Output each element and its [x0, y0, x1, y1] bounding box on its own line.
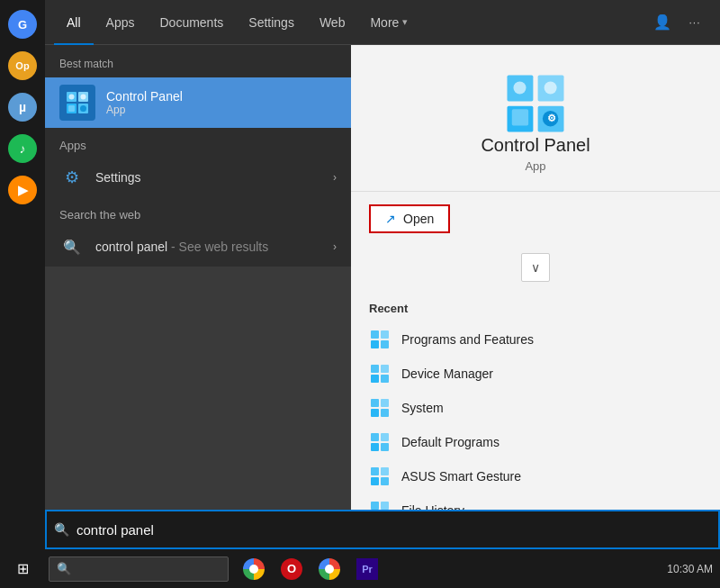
start-menu-content: Best match	[45, 45, 720, 549]
svg-rect-25	[371, 399, 379, 407]
app-detail-type: App	[525, 159, 545, 173]
more-options-btn[interactable]: ···	[679, 6, 711, 39]
svg-rect-36	[381, 477, 389, 485]
taskbar-search-icon: 🔍	[57, 562, 71, 575]
recent-item-1[interactable]: Device Manager	[351, 357, 720, 391]
desktop: G Op µ ♪ ▶ All Apps Documents	[0, 0, 720, 588]
tab-documents[interactable]: Documents	[147, 0, 236, 45]
recent-item-label-3: Default Programs	[401, 435, 500, 449]
left-panel: Best match	[45, 45, 351, 549]
start-menu-tabs: All Apps Documents Settings Web More ▾ 👤	[45, 0, 720, 45]
desktop-sidebar: G Op µ ♪ ▶	[0, 0, 45, 549]
open-button-section: ↗ Open	[351, 192, 720, 246]
collapse-button[interactable]: ∨	[521, 253, 550, 282]
svg-rect-26	[381, 399, 389, 407]
tab-more[interactable]: More ▾	[357, 0, 420, 45]
svg-rect-35	[371, 477, 379, 485]
recent-label: Recent	[351, 298, 720, 322]
recent-item-3[interactable]: Default Programs	[351, 425, 720, 459]
recent-item-0[interactable]: Programs and Features	[351, 322, 720, 357]
tab-apps[interactable]: Apps	[94, 0, 148, 45]
recent-item-label-0: Programs and Features	[401, 332, 534, 347]
svg-text:⚙: ⚙	[547, 113, 556, 123]
sidebar-app-vlc[interactable]: ▶	[3, 170, 42, 210]
left-panel-filler	[45, 267, 351, 549]
svg-rect-18	[381, 330, 389, 339]
svg-rect-31	[371, 443, 379, 451]
start-button[interactable]: ⊞	[0, 549, 45, 588]
recent-item-icon-3	[369, 431, 391, 453]
svg-rect-38	[381, 502, 389, 510]
start-menu: All Apps Documents Settings Web More ▾ 👤	[45, 0, 720, 549]
taskbar-search[interactable]: 🔍	[49, 556, 229, 582]
svg-rect-32	[381, 443, 389, 451]
svg-rect-17	[371, 330, 379, 339]
web-search-item[interactable]: 🔍 control panel - See web results ›	[45, 227, 351, 267]
more-chevron-icon: ▾	[402, 16, 408, 28]
svg-rect-24	[381, 375, 389, 383]
svg-point-7	[80, 105, 86, 112]
svg-rect-21	[371, 365, 379, 373]
svg-rect-28	[381, 409, 389, 417]
person-icon: 👤	[653, 14, 671, 31]
best-match-item[interactable]: Control Panel App	[45, 77, 351, 128]
svg-rect-20	[381, 340, 389, 348]
tab-web[interactable]: Web	[307, 0, 358, 45]
svg-rect-6	[68, 105, 75, 112]
settings-arrow-icon: ›	[333, 171, 337, 184]
recent-item-label-1: Device Manager	[401, 366, 493, 381]
open-icon: ↗	[385, 212, 396, 226]
taskbar-chrome2-icon[interactable]	[311, 549, 347, 588]
svg-point-12	[514, 82, 526, 95]
svg-rect-23	[371, 375, 379, 383]
svg-rect-34	[381, 467, 389, 475]
apps-section-label: Apps	[45, 128, 351, 158]
svg-rect-33	[371, 467, 379, 475]
bottom-taskbar: ⊞ 🔍 O Pr 10:30 AM	[0, 549, 720, 588]
recent-item-icon-0	[369, 329, 391, 350]
best-match-title: Control Panel	[106, 89, 183, 104]
recent-item-4[interactable]: ASUS Smart Gesture	[351, 459, 720, 493]
search-icon: 🔍	[54, 522, 69, 537]
sidebar-app-open[interactable]: Op	[3, 46, 42, 86]
sidebar-app-spotify[interactable]: ♪	[3, 129, 42, 168]
tab-settings[interactable]: Settings	[236, 0, 307, 45]
tab-all[interactable]: All	[54, 0, 94, 45]
search-input[interactable]	[76, 522, 711, 538]
svg-rect-14	[512, 109, 528, 125]
svg-rect-22	[381, 365, 389, 373]
chevron-down-icon: ∨	[531, 260, 540, 275]
right-panel: ⚙ Control Panel App ↗ Open ∨	[351, 45, 720, 549]
settings-gear-icon: ⚙	[59, 165, 85, 190]
svg-rect-29	[371, 433, 379, 441]
windows-icon: ⊞	[17, 560, 29, 577]
recent-item-2[interactable]: System	[351, 391, 720, 425]
search-bar-container: 🔍	[45, 510, 720, 549]
collapse-row: ∨	[351, 246, 720, 289]
taskbar-app-icons: O Pr	[236, 549, 385, 588]
taskbar-chrome-icon[interactable]	[236, 549, 272, 588]
taskbar-opera-icon[interactable]: O	[274, 549, 310, 588]
svg-point-13	[544, 82, 557, 95]
control-panel-svg	[65, 90, 90, 115]
settings-label: Settings	[95, 170, 322, 185]
sidebar-app-utorrent[interactable]: µ	[3, 87, 42, 127]
taskbar-time: 10:30 AM	[667, 563, 713, 575]
web-search-arrow-icon: ›	[333, 240, 337, 253]
web-section-label: Search the web	[45, 197, 351, 227]
open-button[interactable]: ↗ Open	[369, 204, 450, 233]
control-panel-icon	[59, 85, 95, 121]
svg-point-5	[81, 95, 86, 100]
svg-rect-37	[371, 502, 379, 510]
search-circle-icon: 🔍	[59, 234, 85, 259]
sidebar-app-chrome[interactable]: G	[3, 5, 42, 44]
app-detail-name: Control Panel	[481, 135, 590, 156]
recent-item-icon-4	[369, 466, 391, 487]
person-icon-btn[interactable]: 👤	[646, 6, 679, 39]
svg-rect-30	[381, 433, 389, 441]
recent-item-label-4: ASUS Smart Gesture	[401, 469, 521, 484]
taskbar-premiere-icon[interactable]: Pr	[349, 549, 385, 588]
settings-menu-item[interactable]: ⚙ Settings ›	[45, 158, 351, 197]
app-detail-icon: ⚙	[504, 72, 567, 135]
recent-item-icon-1	[369, 363, 391, 384]
